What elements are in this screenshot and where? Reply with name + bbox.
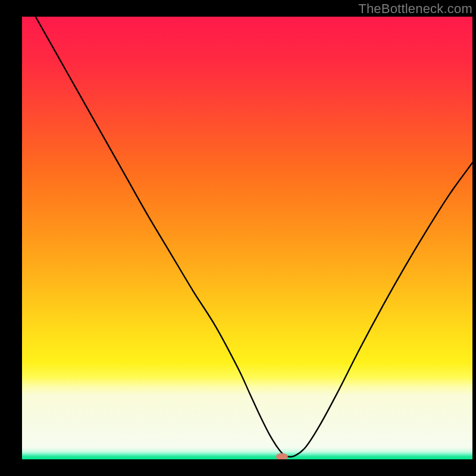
gradient-background bbox=[22, 17, 472, 459]
watermark-text: TheBottleneck.com bbox=[358, 1, 472, 17]
bottleneck-chart bbox=[0, 0, 476, 476]
chart-frame: TheBottleneck.com bbox=[0, 0, 476, 476]
optimum-marker bbox=[276, 453, 288, 461]
